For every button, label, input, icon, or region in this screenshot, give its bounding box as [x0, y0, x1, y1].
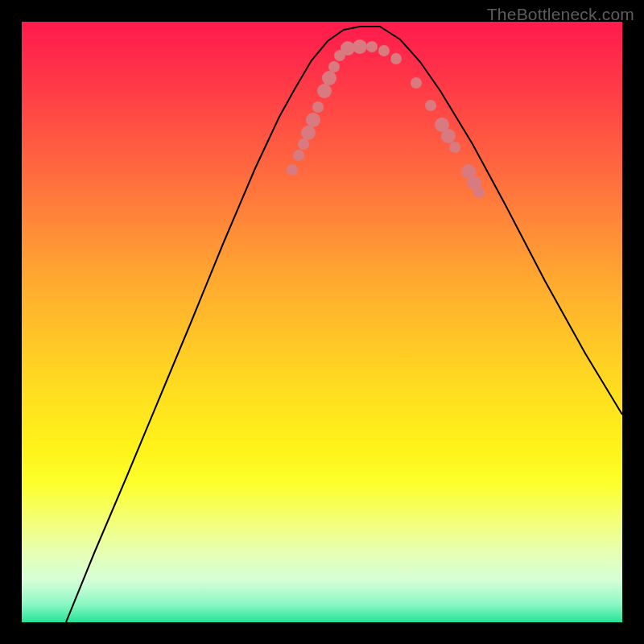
data-marker — [378, 45, 390, 56]
data-marker — [322, 71, 336, 85]
data-marker — [390, 53, 402, 64]
data-marker — [306, 113, 320, 127]
data-marker — [441, 129, 456, 143]
data-marker — [473, 187, 485, 198]
data-marker — [366, 41, 378, 52]
chart-svg — [22, 22, 622, 622]
data-marker — [328, 61, 340, 72]
data-marker — [301, 126, 316, 140]
data-marker — [425, 100, 436, 111]
v-curve-line — [66, 27, 622, 622]
data-marker — [293, 150, 304, 161]
data-marker — [287, 164, 298, 175]
chart-frame — [22, 22, 622, 622]
data-marker — [449, 142, 460, 153]
data-marker — [411, 77, 422, 89]
data-marker — [317, 84, 332, 98]
marker-group — [287, 39, 485, 198]
watermark-text: TheBottleneck.com — [487, 5, 634, 24]
data-marker — [298, 138, 309, 150]
data-marker — [312, 101, 324, 113]
data-marker — [353, 39, 367, 54]
